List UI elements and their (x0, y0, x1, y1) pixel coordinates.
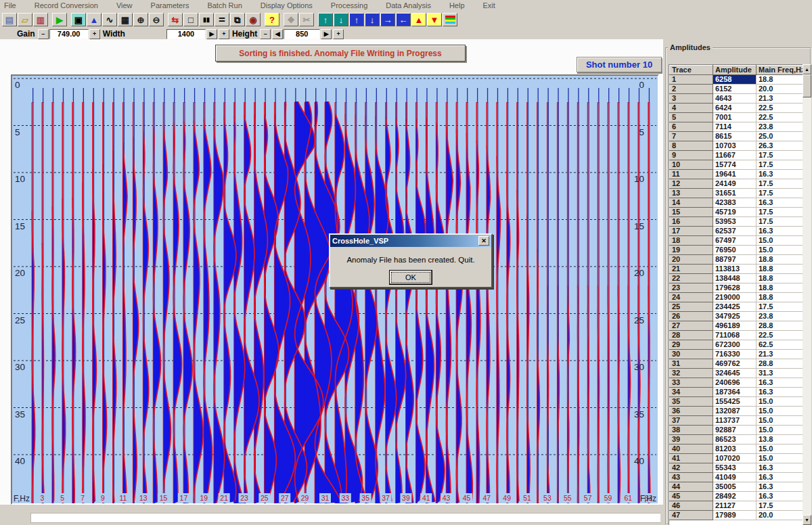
increase-button[interactable]: ▲ (411, 13, 426, 26)
trace-cell[interactable]: 37 (670, 416, 713, 426)
freq-cell[interactable]: 15.0 (757, 236, 804, 246)
swap-direction-button[interactable]: ⇆ (168, 13, 183, 26)
trace-cell[interactable]: 31 (670, 359, 713, 369)
amplitude-cell[interactable]: 92887 (713, 426, 757, 435)
freq-cell[interactable]: 17.5 (757, 160, 804, 170)
open-file-button[interactable]: ▱ (18, 13, 32, 26)
freq-cell[interactable]: 16.3 (757, 463, 804, 473)
freq-cell[interactable]: 16.3 (757, 170, 804, 179)
amplitude-cell[interactable]: 7001 (713, 113, 757, 122)
freq-cell[interactable]: 17.5 (757, 151, 804, 160)
amplitude-cell[interactable]: 88797 (713, 255, 757, 265)
amplitude-cell[interactable]: 6258 (713, 75, 757, 85)
width-spin-button[interactable]: ▶ (206, 29, 217, 39)
wiggle-display-button[interactable]: ∿ (102, 13, 117, 26)
zoom-out-button[interactable]: ⊖ (149, 13, 164, 26)
help-button[interactable]: ? (265, 13, 279, 26)
seismic-trace-display[interactable]: 3579111315171921232527293133353739414345… (11, 74, 659, 505)
amplitude-cell[interactable]: 234425 (713, 302, 757, 312)
scroll-up-button[interactable]: ▲ (803, 64, 811, 74)
new-file-button[interactable]: ▤ (2, 13, 17, 26)
height-spin-left-button[interactable]: ◀ (272, 29, 283, 39)
freq-cell[interactable]: 16.3 (757, 378, 804, 388)
trace-cell[interactable]: 1 (670, 75, 713, 85)
width-value-field[interactable]: 1400 (166, 29, 206, 39)
freq-cell[interactable]: 17.5 (757, 501, 804, 511)
freq-cell[interactable]: 15.0 (757, 397, 804, 407)
freq-cell[interactable]: 18.8 (757, 255, 804, 265)
freq-cell[interactable]: 18.8 (757, 75, 804, 85)
freq-cell[interactable]: 22.5 (757, 104, 804, 113)
peak-display-button[interactable]: ▲ (87, 13, 102, 26)
trace-cell[interactable]: 16 (670, 217, 713, 227)
trace-cell[interactable]: 20 (670, 255, 713, 265)
freq-cell[interactable]: 25.0 (757, 132, 804, 141)
freq-cell[interactable]: 17.5 (757, 302, 804, 312)
amplitude-cell[interactable]: 10703 (713, 141, 757, 151)
trace-cell[interactable]: 39 (670, 435, 713, 444)
amplitude-cell[interactable]: 113737 (713, 416, 757, 426)
process-button-disabled[interactable]: ❖ (284, 13, 298, 26)
scrollbar-thumb[interactable] (803, 74, 811, 97)
amplitude-cell[interactable]: 45719 (713, 208, 757, 217)
trace-cell[interactable]: 29 (670, 340, 713, 350)
trace-cell[interactable]: 19 (670, 246, 713, 255)
freq-cell[interactable]: 16.3 (757, 388, 804, 397)
freq-cell[interactable]: 15.0 (757, 407, 804, 416)
amplitude-cell[interactable]: 8615 (713, 132, 757, 141)
trace-cell[interactable]: 8 (670, 141, 713, 151)
amplitude-cell[interactable]: 347925 (713, 312, 757, 321)
freq-cell[interactable]: 23.8 (757, 122, 804, 132)
column-header-main-freq-hz[interactable]: Main Freq,Hz (757, 66, 804, 75)
trace-cell[interactable]: 23 (670, 283, 713, 293)
freq-cell[interactable]: 28.8 (757, 359, 804, 369)
freq-cell[interactable]: 15.0 (757, 454, 804, 463)
amplitude-cell[interactable]: 219000 (713, 293, 757, 302)
trace-cell[interactable]: 22 (670, 274, 713, 283)
menu-view[interactable]: View (116, 1, 133, 10)
freq-cell[interactable]: 16.3 (757, 473, 804, 482)
height-plus-button[interactable]: + (333, 29, 344, 39)
outline-mode-button[interactable]: □ (183, 13, 198, 26)
freq-cell[interactable]: 16.3 (757, 198, 804, 208)
trace-cell[interactable]: 42 (670, 463, 713, 473)
freq-cell[interactable]: 15.0 (757, 246, 804, 255)
trace-cell[interactable]: 40 (670, 444, 713, 454)
freq-cell[interactable]: 17.5 (757, 217, 804, 227)
trace-cell[interactable]: 46 (670, 501, 713, 511)
bars-button[interactable]: = (215, 13, 229, 26)
freq-cell[interactable]: 18.8 (757, 283, 804, 293)
amplitude-cell[interactable]: 138448 (713, 274, 757, 283)
trace-cell[interactable]: 33 (670, 378, 713, 388)
amplitude-cell[interactable]: 711068 (713, 331, 757, 340)
amplitude-cell[interactable]: 17989 (713, 511, 757, 520)
amplitude-cell[interactable]: 15774 (713, 160, 757, 170)
trace-cell[interactable]: 26 (670, 312, 713, 321)
freq-cell[interactable]: 15.0 (757, 416, 804, 426)
amplitude-cell[interactable]: 716330 (713, 350, 757, 359)
amplitude-cell[interactable]: 55343 (713, 463, 757, 473)
shift-down-button[interactable]: ↓ (334, 13, 348, 26)
trace-cell[interactable]: 30 (670, 350, 713, 359)
freq-cell[interactable]: 18.8 (757, 293, 804, 302)
trace-cell[interactable]: 10 (670, 160, 713, 170)
freq-cell[interactable]: 20.0 (757, 511, 804, 520)
menu-processing[interactable]: Processing (331, 1, 367, 10)
amplitude-cell[interactable]: 53953 (713, 217, 757, 227)
amplitude-cell[interactable]: 42383 (713, 198, 757, 208)
height-minus-button[interactable]: – (260, 29, 271, 39)
record-section-button[interactable]: ▣ (71, 13, 86, 26)
amplitude-cell[interactable]: 31651 (713, 189, 757, 198)
freq-cell[interactable]: 16.3 (757, 227, 804, 236)
menu-batch-run[interactable]: Batch Run (207, 1, 242, 10)
amplitude-cell[interactable]: 41049 (713, 473, 757, 482)
trace-cell[interactable]: 14 (670, 198, 713, 208)
freq-cell[interactable]: 17.5 (757, 179, 804, 189)
column-header-trace[interactable]: Trace (670, 66, 713, 75)
amplitude-cell[interactable]: 86523 (713, 435, 757, 444)
amplitude-cell[interactable]: 19641 (713, 170, 757, 179)
amplitude-cell[interactable]: 179628 (713, 283, 757, 293)
trace-cell[interactable]: 27 (670, 321, 713, 331)
pause-button[interactable]: ▮▮ (199, 13, 214, 26)
freq-cell[interactable]: 16.3 (757, 492, 804, 501)
